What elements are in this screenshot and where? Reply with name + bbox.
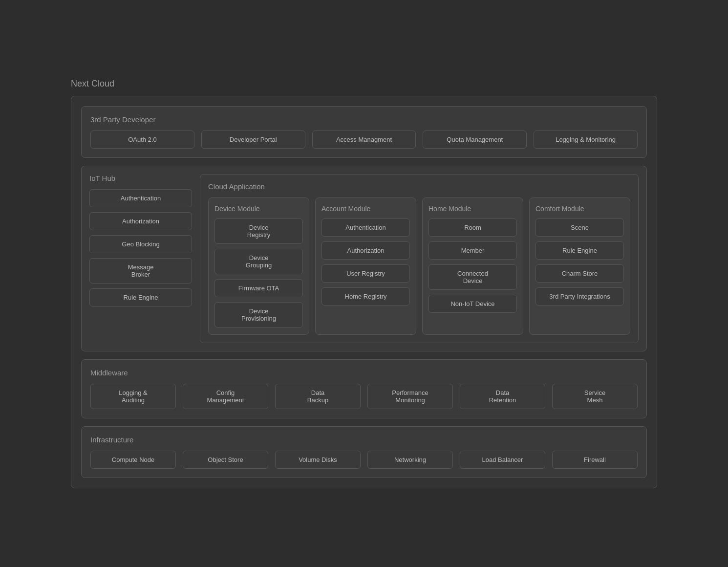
- charm-store[interactable]: Charm Store: [535, 264, 624, 283]
- room[interactable]: Room: [428, 218, 517, 237]
- home-module-card: Home Module Room Member Connected Device…: [422, 197, 523, 335]
- scene[interactable]: Scene: [535, 218, 624, 237]
- device-provisioning[interactable]: Device Provisioning: [214, 302, 303, 327]
- non-iot-device[interactable]: Non-IoT Device: [428, 295, 517, 313]
- modules-row: Device Module Device Registry Device Gro…: [208, 197, 630, 335]
- comfort-module-card: Comfort Module Scene Rule Engine Charm S…: [529, 197, 630, 335]
- compute-node[interactable]: Compute Node: [90, 451, 176, 469]
- account-module-card: Account Module Authentication Authorizat…: [315, 197, 416, 335]
- hub-cloud-row: IoT Hub Authentication Authorization Geo…: [81, 166, 647, 351]
- item-access-managment[interactable]: Access Managment: [312, 131, 416, 149]
- data-backup[interactable]: Data Backup: [275, 384, 361, 409]
- user-registry[interactable]: User Registry: [321, 264, 410, 283]
- iot-authorization[interactable]: Authorization: [89, 212, 192, 230]
- page-wrapper: Next Cloud 3rd Party Developer OAuth 2.0…: [0, 0, 728, 567]
- iot-authentication[interactable]: Authentication: [89, 189, 192, 207]
- middleware-items: Logging & Auditing Config Management Dat…: [90, 384, 638, 409]
- item-logging-monitoring[interactable]: Logging & Monitoring: [534, 131, 638, 149]
- home-module-label: Home Module: [428, 205, 517, 213]
- config-management[interactable]: Config Management: [183, 384, 268, 409]
- comfort-module-label: Comfort Module: [535, 205, 624, 213]
- iot-rule-engine[interactable]: Rule Engine: [89, 288, 192, 306]
- comfort-rule-engine[interactable]: Rule Engine: [535, 241, 624, 260]
- middleware-section: Middleware Logging & Auditing Config Man…: [81, 359, 647, 418]
- item-developer-portal[interactable]: Developer Portal: [201, 131, 305, 149]
- performance-monitoring[interactable]: Performance Monitoring: [367, 384, 453, 409]
- third-party-items: OAuth 2.0 Developer Portal Access Managm…: [90, 131, 638, 149]
- iot-hub-section: IoT Hub Authentication Authorization Geo…: [89, 174, 192, 343]
- item-quota-management[interactable]: Quota Management: [423, 131, 527, 149]
- page-title: Next Cloud: [71, 79, 657, 89]
- third-party-integrations[interactable]: 3rd Party Integrations: [535, 287, 624, 305]
- main-container: Next Cloud 3rd Party Developer OAuth 2.0…: [71, 79, 657, 488]
- networking[interactable]: Networking: [367, 451, 453, 469]
- cloud-app-section: Cloud Application Device Module Device R…: [200, 174, 639, 343]
- infra-section: Infrastructure Compute Node Object Store…: [81, 426, 647, 478]
- outer-card: 3rd Party Developer OAuth 2.0 Developer …: [71, 96, 657, 488]
- iot-hub-label: IoT Hub: [89, 174, 192, 182]
- member[interactable]: Member: [428, 241, 517, 260]
- iot-hub-items: Authentication Authorization Geo Blockin…: [89, 189, 192, 306]
- device-module-items: Device Registry Device Grouping Firmware…: [214, 218, 303, 327]
- third-party-section: 3rd Party Developer OAuth 2.0 Developer …: [81, 106, 647, 158]
- device-registry[interactable]: Device Registry: [214, 218, 303, 244]
- iot-message-broker[interactable]: Message Broker: [89, 258, 192, 284]
- home-module-items: Room Member Connected Device Non-IoT Dev…: [428, 218, 517, 313]
- account-authentication[interactable]: Authentication: [321, 218, 410, 237]
- firewall[interactable]: Firewall: [552, 451, 638, 469]
- infra-items: Compute Node Object Store Volume Disks N…: [90, 451, 638, 469]
- comfort-module-items: Scene Rule Engine Charm Store: [535, 218, 624, 283]
- comfort-extra: 3rd Party Integrations: [535, 287, 624, 305]
- home-registry[interactable]: Home Registry: [321, 287, 410, 305]
- device-module-card: Device Module Device Registry Device Gro…: [208, 197, 309, 335]
- service-mesh[interactable]: Service Mesh: [552, 384, 638, 409]
- cloud-app-label: Cloud Application: [208, 182, 630, 191]
- infra-label: Infrastructure: [90, 436, 638, 444]
- account-module-items: Authentication Authorization User Regist…: [321, 218, 410, 305]
- third-party-label: 3rd Party Developer: [90, 115, 638, 124]
- connected-device[interactable]: Connected Device: [428, 264, 517, 290]
- device-module-label: Device Module: [214, 205, 303, 213]
- object-store[interactable]: Object Store: [183, 451, 268, 469]
- logging-auditing[interactable]: Logging & Auditing: [90, 384, 176, 409]
- middleware-label: Middleware: [90, 369, 638, 377]
- device-grouping[interactable]: Device Grouping: [214, 249, 303, 274]
- data-retention[interactable]: Data Retention: [460, 384, 545, 409]
- item-oauth[interactable]: OAuth 2.0: [90, 131, 194, 149]
- load-balancer[interactable]: Load Balancer: [460, 451, 545, 469]
- account-module-label: Account Module: [321, 205, 410, 213]
- volume-disks[interactable]: Volume Disks: [275, 451, 361, 469]
- firmware-ota[interactable]: Firmware OTA: [214, 279, 303, 297]
- iot-geo-blocking[interactable]: Geo Blocking: [89, 235, 192, 253]
- account-authorization[interactable]: Authorization: [321, 241, 410, 260]
